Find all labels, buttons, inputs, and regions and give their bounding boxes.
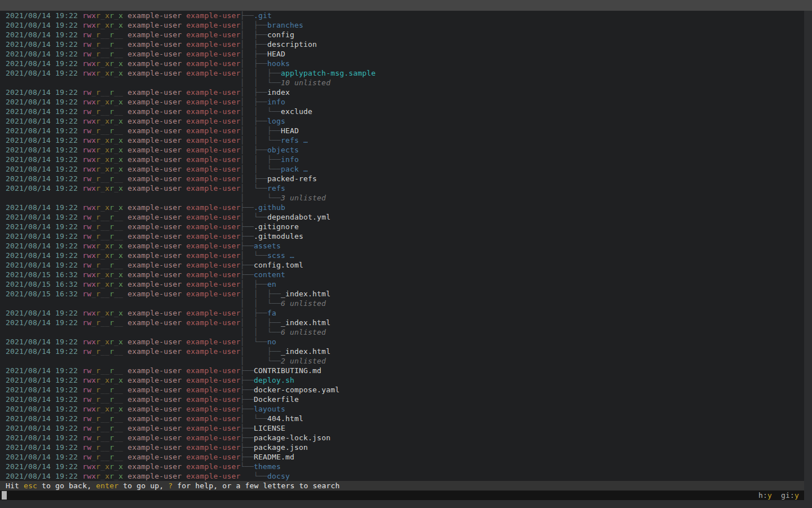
file-row[interactable]: 2021/08/14 19:22 rwxr_xr_x example-user … [0,164,804,174]
file-row[interactable]: 2021/08/15 16:32 rwxr_xr_x example-user … [0,270,804,279]
tree-entry[interactable]: ├──Dockerfile [240,395,299,404]
file-row[interactable]: 2021/08/14 19:22 rwxr_xr_x example-user … [0,462,804,471]
tree-entry[interactable]: │ └──refs [240,183,285,193]
file-row[interactable]: 2021/08/14 19:22 rw_r__r__ example-user … [0,222,804,231]
tree-entry[interactable]: ├──.gitmodules [240,231,303,241]
tree-entry[interactable]: │ │ ├──_index.html [240,318,330,327]
file-row[interactable]: 2021/08/14 19:22 rwxr_xr_x example-user … [0,183,804,193]
file-row[interactable]: 2021/08/14 19:22 rw_r__r__ example-user … [0,126,804,135]
file-row[interactable]: 2021/08/14 19:22 rw_r__r__ example-user … [0,212,804,222]
file-row[interactable]: 2021/08/14 19:22 rwxr_xr_x example-user … [0,251,804,260]
tree-entry[interactable]: ├──layouts [240,404,285,414]
tree-entry[interactable]: │ ├──info [240,97,285,107]
tree-entry[interactable]: │ └──scss … [240,251,294,260]
tree-entry[interactable]: │ ├──config [240,30,294,40]
tree-entry[interactable]: ├──README.md [240,452,294,462]
file-row[interactable]: 2021/08/14 19:22 rw_r__r__ example-user … [0,260,804,270]
tree-entry[interactable]: │ ├──packed-refs [240,174,317,183]
file-row[interactable]: 2021/08/14 19:22 rw_r__r__ example-user … [0,40,804,49]
scrollbar-track[interactable] [804,11,812,508]
file-row[interactable]: 2021/08/14 19:22 rw_r__r__ example-user … [0,107,804,116]
tree-entry[interactable]: │ └──2 unlisted [240,356,326,366]
tree-entry[interactable]: └──docsy [240,471,290,481]
tree-entry[interactable]: ├──LICENSE [240,423,285,433]
file-row[interactable]: 2021/08/14 19:22 rw_r__r__ example-user … [0,395,804,404]
file-row[interactable]: 2021/08/14 19:22 rwxr_xr_x example-user … [0,68,804,78]
file-row[interactable]: 2021/08/14 19:22 rwxr_xr_x example-user … [0,241,804,251]
tree-entry[interactable]: ├──package-lock.json [240,433,330,443]
file-row[interactable]: 2021/08/14 19:22 rwxr_xr_x example-user … [0,155,804,164]
tree-entry[interactable]: │ │ └──10 unlisted [240,78,330,87]
tree-entry[interactable]: ├──.github [240,203,285,212]
file-row[interactable]: │ │ └──6 unlisted [0,299,804,308]
tree-entry[interactable]: │ └──3 unlisted [240,193,326,203]
file-row[interactable]: 2021/08/14 19:22 rw_r__r__ example-user … [0,385,804,395]
tree-entry[interactable]: ├──CONTRIBUTING.md [240,366,321,375]
file-row[interactable]: 2021/08/14 19:22 rw_r__r__ example-user … [0,30,804,40]
file-row[interactable]: 2021/08/14 19:22 rwxr_xr_x example-user … [0,404,804,414]
tree-entry[interactable]: │ ├──objects [240,145,299,155]
file-row[interactable]: 2021/08/14 19:22 rwxr_xr_x example-user … [0,135,804,145]
tree-entry[interactable]: │ │ ├──applypatch-msg.sample [240,68,376,78]
file-row[interactable]: 2021/08/14 19:22 rwxr_xr_x example-user … [0,97,804,107]
tree-entry[interactable]: ├──content [240,270,285,279]
file-row[interactable]: 2021/08/14 19:22 rw_r__r__ example-user … [0,174,804,183]
tree-entry[interactable]: │ └──404.html [240,414,303,423]
tree-entry[interactable]: │ ├──hooks [240,59,290,68]
tree-entry[interactable]: ├──assets [240,241,281,251]
tree-entry[interactable]: │ ├──branches [240,20,303,30]
file-row[interactable]: 2021/08/14 19:22 rw_r__r__ example-user … [0,443,804,452]
search-input[interactable]: h:y gi:y [0,491,804,500]
tree-entry[interactable]: ├──config.toml [240,260,303,270]
file-row[interactable]: │ └──3 unlisted [0,193,804,203]
file-row[interactable]: 2021/08/14 19:22 rwxr_xr_x example-user … [0,471,804,481]
file-row[interactable]: 2021/08/15 16:32 rw_r__r__ example-user … [0,289,804,299]
file-row[interactable]: │ └──2 unlisted [0,356,804,366]
file-row[interactable]: │ │ └──6 unlisted [0,327,804,337]
file-row[interactable]: 2021/08/14 19:22 rwxr_xr_x example-user … [0,116,804,126]
tree-entry[interactable]: │ └──dependabot.yml [240,212,330,222]
tree-entry[interactable]: │ ├──_index.html [240,347,330,356]
file-row[interactable]: 2021/08/14 19:22 rw_r__r__ example-user … [0,433,804,443]
tree-entry[interactable]: ├──package.json [240,443,308,452]
file-row[interactable]: 2021/08/14 19:22 rw_r__r__ example-user … [0,318,804,327]
file-row[interactable]: 2021/08/14 19:22 rw_r__r__ example-user … [0,231,804,241]
file-row[interactable]: 2021/08/15 16:32 rwxr_xr_x example-user … [0,279,804,289]
tree-entry[interactable]: │ │ └──refs … [240,135,308,145]
file-row[interactable]: │ │ └──10 unlisted [0,78,804,87]
file-row[interactable]: 2021/08/14 19:22 rw_r__r__ example-user … [0,347,804,356]
file-row[interactable]: 2021/08/14 19:22 rw_r__r__ example-user … [0,87,804,97]
file-row[interactable]: 2021/08/14 19:22 rwxr_xr_x example-user … [0,308,804,318]
tree-entry[interactable]: │ ├──en [240,279,276,289]
tree-entry[interactable]: ├──.git [240,11,272,20]
file-row[interactable]: 2021/08/14 19:22 rwxr_xr_x example-user … [0,145,804,155]
tree-entry[interactable]: │ │ └──exclude [240,107,312,116]
file-row[interactable]: 2021/08/14 19:22 rwxr_xr_x example-user … [0,203,804,212]
tree-entry[interactable]: │ ├──description [240,40,317,49]
file-row[interactable]: 2021/08/14 19:22 rwxr_xr_x example-user … [0,337,804,347]
tree-entry[interactable]: ├──deploy.sh [240,375,294,385]
tree-entry[interactable]: │ │ ├──HEAD [240,126,299,135]
tree-entry[interactable]: │ │ └──pack … [240,164,308,174]
tree-entry[interactable]: │ │ └──6 unlisted [240,299,326,308]
file-row[interactable]: 2021/08/14 19:22 rw_r__r__ example-user … [0,452,804,462]
tree-entry[interactable]: │ │ └──6 unlisted [240,327,326,337]
file-row[interactable]: 2021/08/14 19:22 rw_r__r__ example-user … [0,414,804,423]
tree-entry[interactable]: │ │ ├──info [240,155,299,164]
file-row[interactable]: 2021/08/14 19:22 rw_r__r__ example-user … [0,423,804,433]
tree-entry[interactable]: └──themes [240,462,281,471]
tree-entry[interactable]: │ ├──fa [240,308,276,318]
tree-entry[interactable]: │ ├──index [240,87,290,97]
tree-entry[interactable]: │ │ ├──_index.html [240,289,330,299]
tree-entry[interactable]: │ └──no [240,337,276,347]
file-row[interactable]: 2021/08/14 19:22 rwxr_xr_x example-user … [0,11,804,20]
file-row[interactable]: 2021/08/14 19:22 rwxr_xr_x example-user … [0,59,804,68]
tree-entry[interactable]: │ ├──logs [240,116,285,126]
file-row[interactable]: 2021/08/14 19:22 rw_r__r__ example-user … [0,49,804,59]
file-row[interactable]: 2021/08/14 19:22 rwxr_xr_x example-user … [0,375,804,385]
tree-entry[interactable]: ├──.gitignore [240,222,299,231]
tree-entry[interactable]: ├──docker-compose.yaml [240,385,339,395]
file-row[interactable]: 2021/08/14 19:22 rwxr_xr_x example-user … [0,20,804,30]
tree-entry[interactable]: │ ├──HEAD [240,49,285,59]
file-row[interactable]: 2021/08/14 19:22 rw_r__r__ example-user … [0,366,804,375]
